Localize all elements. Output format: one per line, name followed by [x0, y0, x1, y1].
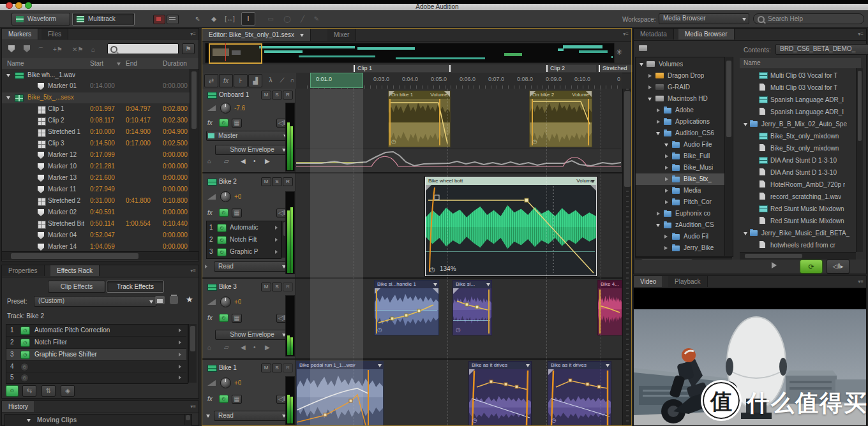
volume-value[interactable]: +0 [234, 379, 241, 386]
twisty-icon[interactable] [648, 74, 652, 78]
keyframe-write-icon[interactable]: ⌂ [207, 344, 211, 351]
file-row[interactable]: Red Stunt Music Mixdown [740, 203, 856, 215]
volume-envelope[interactable] [548, 362, 611, 425]
tab-properties[interactable]: Properties [2, 265, 45, 276]
file-row[interactable]: hotwheels redd from cr [740, 239, 856, 251]
tree-row[interactable]: Pitch_Cor [636, 196, 731, 208]
marker-row[interactable]: Stretched 1 0:10.000 0:14.900 0:04.900 [2, 127, 191, 138]
chevron-right-icon[interactable] [179, 376, 181, 379]
file-vscrollbar[interactable] [856, 68, 863, 252]
move-tool-icon[interactable]: ⇖ [191, 13, 204, 25]
navigator-zoom-icon[interactable]: ✳ [616, 48, 622, 57]
collapse-icon[interactable] [205, 265, 207, 268]
volume-slider-icon[interactable] [207, 194, 216, 200]
output-routing-dropdown[interactable]: Master [206, 131, 290, 141]
track-name[interactable]: Onboard 1 [219, 91, 249, 98]
overview-viewport[interactable] [209, 43, 262, 64]
mute-button[interactable]: M [261, 364, 271, 372]
twisty-icon[interactable] [657, 108, 660, 112]
mute-button[interactable]: M [261, 177, 271, 186]
record-arm-button[interactable]: R [283, 177, 293, 186]
tab-playback[interactable]: Playback [668, 276, 708, 287]
twisty-icon[interactable] [665, 154, 668, 158]
fx-toggle[interactable]: fx [207, 395, 213, 402]
twisty-icon[interactable] [27, 419, 31, 422]
rack-prepost-button[interactable]: ⇅ [41, 385, 56, 397]
marker-row[interactable]: Clip 2 0:08.117 0:10.417 0:02.300 [2, 115, 191, 126]
volume-value[interactable]: +0 [234, 298, 241, 305]
panel-menu-icon[interactable]: ▾≡ [190, 404, 196, 409]
chevron-down-icon[interactable] [300, 34, 304, 37]
volume-knob[interactable] [220, 378, 231, 388]
file-row[interactable]: Red Stunt Music Mixdown [740, 215, 856, 227]
track-power-icon[interactable]: ⏻ [219, 395, 228, 403]
volume-envelope[interactable] [469, 362, 531, 425]
effect-slot-empty[interactable]: 5 ⏻ [6, 372, 186, 383]
file-row[interactable]: DIA And Stunt D 1-3-10 [740, 154, 856, 166]
marker-row[interactable]: Stretched 2 0:31.000 0:41.800 0:10.800 [2, 196, 191, 207]
volume-value[interactable]: -7.6 [234, 105, 245, 112]
tree-row[interactable]: G-RAID [636, 82, 731, 93]
twisty-icon[interactable] [665, 189, 668, 193]
twisty-icon[interactable] [664, 143, 668, 147]
effect-slot[interactable]: 3 ⏻ Graphic Phase Shifter [6, 349, 186, 361]
history-vscrollbar[interactable] [184, 415, 191, 425]
twisty-icon[interactable] [648, 98, 652, 101]
chevron-right-icon[interactable] [179, 328, 181, 332]
clip-fx-icon[interactable]: fx [219, 74, 233, 87]
solo-button[interactable]: S [272, 177, 282, 186]
range-marker-clip1[interactable]: Clip 1 [354, 65, 451, 72]
twisty-icon[interactable] [664, 246, 668, 250]
contents-dropdown[interactable]: BRD_CS6_BETA_DEMO_ [775, 44, 868, 55]
zoom-window-button[interactable] [25, 2, 32, 9]
volume-envelope[interactable] [530, 91, 592, 147]
twisty-icon[interactable] [657, 212, 660, 216]
tree-row[interactable]: Adobe [636, 105, 731, 116]
twisty-icon[interactable] [657, 120, 660, 124]
time-selection-tool-icon[interactable]: I [241, 12, 255, 26]
marker-file-row[interactable]: Bike wh..._1.wav [2, 70, 191, 81]
solo-button[interactable]: S [272, 283, 282, 291]
fx-toggle[interactable]: fx [207, 209, 213, 216]
file-row[interactable]: Bike_5tx_only_mixdown [740, 142, 856, 154]
save-preset-icon[interactable] [155, 296, 165, 304]
tree-row[interactable]: Dragon Drop [636, 70, 731, 82]
prev-keyframe-icon[interactable]: ◀ [241, 158, 246, 165]
volume-envelope[interactable] [389, 91, 450, 147]
track-effects-button[interactable]: Track Effects [107, 281, 164, 293]
minimize-window-button[interactable] [15, 2, 22, 9]
effect-power-icon[interactable]: ⏻ [217, 248, 227, 256]
marker-row[interactable]: Marker 04 0:52.047 0:00.000 [2, 230, 191, 241]
volume-slider-icon[interactable] [207, 380, 216, 386]
file-row[interactable]: Bike_5tx_only_mixdown [740, 130, 856, 142]
delete-preset-icon[interactable] [170, 296, 178, 304]
add-keyframe-icon[interactable]: • [253, 344, 256, 351]
clip-onbike2[interactable]: On bike 2 Volume ◷ [529, 91, 592, 147]
editor-vscrollbar[interactable] [622, 89, 631, 425]
preview-loop-button[interactable]: ⟳ [800, 260, 823, 274]
mute-button[interactable]: M [261, 91, 271, 99]
clip-bike-slide2[interactable]: Bike sl... ◷ [453, 280, 492, 335]
waveform-view-button[interactable]: Waveform [11, 13, 70, 26]
file-folder-row[interactable]: Jerry_Bike_Music_Edit_BETA_ [740, 227, 856, 239]
track-power-icon[interactable]: ⏻ [219, 209, 228, 217]
tab-effects-rack[interactable]: Effects Rack [50, 265, 100, 276]
keyframe-eraser-icon[interactable]: ▱ [224, 158, 229, 165]
twisty-icon[interactable] [664, 235, 668, 239]
marker-row[interactable]: Marker 11 0:27.949 0:00.000 [2, 184, 191, 195]
panel-menu-icon[interactable]: ▾≡ [858, 279, 864, 284]
tab-video[interactable]: Video [634, 276, 663, 287]
history-entry[interactable]: Moving Clips [37, 416, 77, 423]
tab-editor[interactable]: Editor: Bike_5tx_only_01.sesx [202, 29, 311, 41]
markers-vscrollbar[interactable] [190, 69, 198, 252]
marker-filter-button[interactable]: ⚑ [182, 43, 195, 54]
file-row[interactable]: HotelRoom_AmbD_720p r [740, 179, 856, 191]
tree-row[interactable]: Bike_Full [636, 151, 731, 162]
marker-row[interactable]: Stretched Bit 0:50.114 1:00.554 0:10.440 [2, 219, 191, 230]
twisty-icon[interactable] [640, 63, 643, 66]
add-range-marker-icon[interactable] [24, 45, 30, 52]
twisty-icon[interactable] [6, 96, 10, 99]
clip-bike-drives-2[interactable]: Bike as it drives ◷ [548, 361, 611, 425]
tree-row[interactable]: Audio File [636, 139, 731, 151]
file-hscrollbar[interactable] [740, 252, 856, 260]
